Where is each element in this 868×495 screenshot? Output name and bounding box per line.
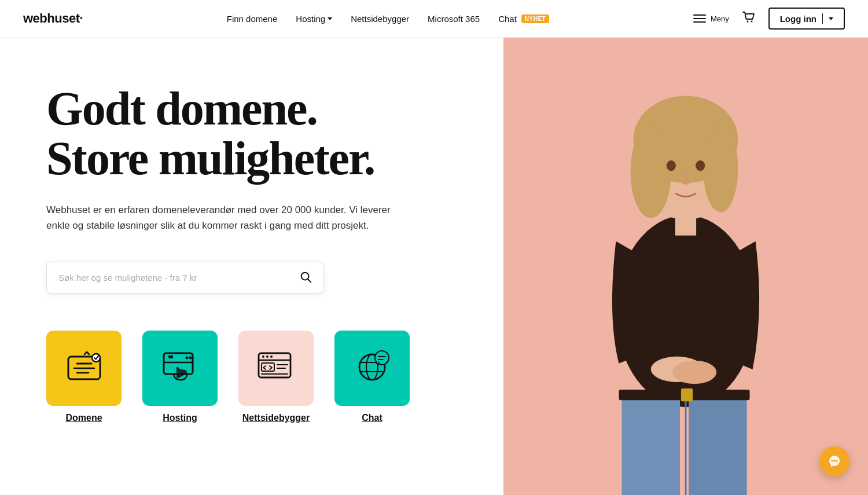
svg-point-30: [703, 125, 738, 212]
logg-inn-button[interactable]: Logg inn: [768, 8, 845, 30]
cart-icon: [741, 9, 757, 25]
svg-point-10: [189, 356, 192, 359]
person-illustration: [503, 38, 868, 495]
nyhet-badge: NYHET: [521, 14, 549, 23]
domene-label: Domene: [65, 413, 102, 423]
service-item-hosting[interactable]: Hosting: [142, 331, 218, 423]
svg-rect-40: [681, 388, 693, 401]
svg-point-18: [266, 355, 269, 358]
svg-rect-33: [675, 209, 696, 235]
cart-button[interactable]: [741, 9, 757, 28]
service-item-chat[interactable]: Chat: [334, 331, 410, 423]
svg-point-44: [836, 460, 838, 462]
svg-point-19: [270, 355, 273, 358]
svg-rect-8: [168, 355, 173, 358]
hosting-label: Hosting: [163, 413, 197, 423]
svg-point-29: [631, 125, 671, 218]
svg-line-3: [308, 279, 311, 282]
hero-image-panel: [503, 38, 868, 495]
nav-item-finn-domene[interactable]: Finn domene: [227, 14, 278, 24]
nav-item-nettsidebygger[interactable]: Nettsidebygger: [351, 14, 409, 24]
search-box: [46, 262, 324, 294]
nettsidebygger-label: Nettsidebygger: [242, 413, 310, 423]
hosting-icon: [157, 345, 203, 391]
nav-item-chat[interactable]: Chat NYHET: [498, 14, 549, 24]
chat-bubble-icon: [827, 454, 842, 469]
svg-point-1: [751, 21, 752, 23]
search-icon: [299, 270, 312, 283]
svg-point-17: [262, 355, 264, 358]
menu-button[interactable]: Meny: [693, 14, 729, 23]
main-container: Godt domene. Store muligheter. Webhuset …: [0, 38, 868, 495]
header: webhuset· Finn domene Hosting Nettsideby…: [0, 0, 868, 38]
svg-point-32: [696, 160, 705, 171]
service-item-nettsidebygger[interactable]: Nettsidebygger: [238, 331, 314, 423]
logo[interactable]: webhuset·: [23, 11, 83, 26]
left-content: Godt domene. Store muligheter. Webhuset …: [0, 38, 503, 495]
services-row: Domene Hostin: [46, 331, 469, 423]
svg-point-31: [667, 160, 676, 171]
svg-rect-37: [689, 393, 747, 495]
chat-icon-box: [334, 331, 410, 406]
search-input[interactable]: [58, 273, 299, 283]
nav-item-microsoft365[interactable]: Microsoft 365: [428, 14, 480, 24]
button-divider: [822, 13, 823, 24]
header-right: Meny Logg inn: [693, 8, 845, 30]
chat-label: Chat: [362, 413, 382, 423]
chat-support-bubble[interactable]: [819, 446, 849, 476]
main-nav: Finn domene Hosting Nettsidebygger Micro…: [227, 14, 549, 24]
domene-icon-box: [46, 331, 122, 406]
menu-label: Meny: [711, 14, 729, 23]
svg-point-35: [672, 361, 716, 384]
hero-subtitle: Webhuset er en erfaren domeneleverandør …: [46, 202, 405, 233]
chat-icon: [349, 345, 395, 391]
svg-point-5: [92, 354, 100, 362]
svg-point-9: [186, 356, 189, 359]
nav-item-hosting[interactable]: Hosting: [296, 14, 332, 24]
svg-point-0: [746, 21, 748, 23]
chevron-down-icon: [829, 17, 833, 20]
service-item-domene[interactable]: Domene: [46, 331, 122, 423]
domene-icon: [62, 346, 106, 390]
svg-point-42: [831, 460, 833, 462]
chevron-down-icon: [328, 17, 332, 20]
svg-point-43: [833, 460, 836, 462]
svg-rect-36: [621, 393, 680, 495]
hamburger-icon: [693, 14, 706, 23]
nettsidebygger-icon: [253, 345, 299, 391]
hero-title: Godt domene. Store muligheter.: [46, 84, 469, 184]
nettsidebygger-icon-box: [238, 331, 314, 406]
hosting-icon-box: [142, 331, 218, 406]
search-button[interactable]: [299, 270, 312, 285]
svg-point-24: [375, 351, 389, 365]
